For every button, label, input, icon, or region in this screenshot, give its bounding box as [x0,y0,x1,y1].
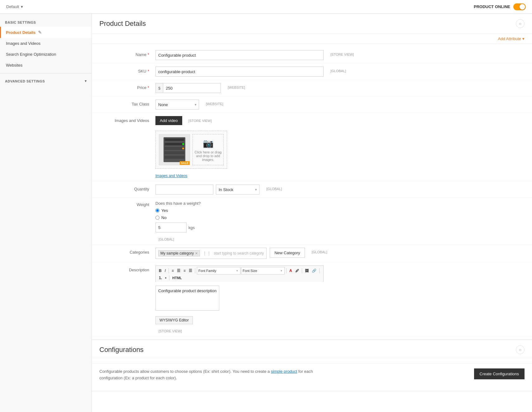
qty-stock-wrap: In Stock Out of Stock ▾ [155,185,259,194]
weight-yes-label: Yes [161,208,168,213]
category-tag: My sample category ✕ [158,250,200,256]
add-attribute-chevron: ▾ [522,36,525,41]
toolbar-bold[interactable]: B [158,268,163,274]
category-list-icon[interactable]: ⋮⋮ [201,250,212,257]
toolbar-sep-1 [169,268,169,273]
sidebar: BASIC SETTINGS Product Details ✎ Images … [0,14,92,412]
weight-no-option[interactable]: No [155,215,201,220]
product-status-area: PRODUCT ONLINE [474,3,526,10]
product-details-collapse-btn[interactable]: ○ [516,19,525,28]
product-details-section: Product Details ○ Add Attribute ▾ Name* [92,14,532,340]
weight-no-label: No [161,215,167,220]
images-control-wrap: Add video [STORE VIEW] [155,116,525,178]
product-details-title: Product Details [99,20,146,28]
description-editor[interactable]: Configurable product description [155,286,219,311]
name-required: * [148,52,149,57]
quantity-input[interactable] [155,185,213,194]
price-symbol: $ [155,83,163,93]
content-area: Product Details ○ Add Attribute ▾ Name* [92,14,532,412]
sidebar-item-seo[interactable]: Search Engine Optimization [0,49,92,60]
font-size-select[interactable]: Font Size 8 10 12 14 16 [241,267,285,274]
weight-yes-radio[interactable] [155,208,159,213]
stock-status-select[interactable]: In Stock Out of Stock [216,185,259,194]
toolbar-ol[interactable]: 1. [158,275,163,281]
sidebar-item-product-details[interactable]: Product Details ✎ [0,27,92,38]
stock-status-wrapper: In Stock Out of Stock ▾ [216,185,259,194]
svg-rect-4 [165,143,184,145]
advanced-settings-header[interactable]: ADVANCED SETTINGS ▾ [0,76,92,86]
configurations-collapse-btn[interactable]: ○ [516,345,525,354]
toolbar-sep-2 [195,268,195,273]
weight-input[interactable] [155,222,187,232]
toolbar-align-center[interactable]: ☰ [176,268,182,274]
sale-tag: SALE [180,161,190,165]
configurations-section: Configurations ○ Configurable products a… [92,340,532,391]
price-wrapper: $ [155,83,221,93]
images-videos-link[interactable]: Images and Videos [155,174,188,178]
toolbar-highlight[interactable]: 🖊 [294,268,300,274]
category-tag-remove[interactable]: ✕ [195,251,198,255]
name-scope: [STORE VIEW] [330,50,354,56]
add-attribute-bar: Add Attribute ▾ [92,34,532,44]
categories-scope: [GLOBAL] [312,248,327,254]
configurations-header: Configurations ○ [92,340,532,358]
toolbar-html[interactable]: HTML [171,275,183,280]
toolbar-ul[interactable]: • [164,275,168,281]
svg-rect-6 [164,151,184,154]
sku-scope: [GLOBAL] [330,67,346,73]
sidebar-item-images-videos[interactable]: Images and Videos [0,38,92,49]
weight-label: Weight [99,201,155,207]
app-wrapper: Default ▾ PRODUCT ONLINE BASIC SETTINGS … [0,0,532,412]
description-control-wrap: B I ≡ ☰ ≡ ☰ Font Family [155,265,525,333]
toolbar-link[interactable]: 🔗 [311,268,318,274]
name-label: Name* [99,50,155,57]
add-attribute-link[interactable]: Add Attribute ▾ [498,36,525,41]
toolbar-font-color[interactable]: A [288,268,293,274]
basic-settings-title: BASIC SETTINGS [0,17,92,27]
price-input[interactable] [163,83,221,93]
weight-control-wrap: Does this have a weight? Yes No [155,201,525,241]
sku-input[interactable] [155,67,324,77]
weight-unit: kgs [188,225,195,230]
name-input[interactable] [155,50,324,60]
toolbar-italic[interactable]: I [164,268,167,274]
toolbar-justify[interactable]: ☰ [188,268,193,274]
toolbar-sep-4 [302,268,302,273]
tax-class-scope: [WEBSITE] [206,100,223,106]
sku-row: SKU* [GLOBAL] [92,63,532,80]
wysiwyg-editor-button[interactable]: WYSIWYG Editor [155,316,193,324]
sidebar-item-label: Websites [6,63,22,68]
toolbar-image[interactable]: 🖼 [304,268,310,274]
weight-section: Does this have a weight? Yes No [155,201,201,232]
sku-label: SKU* [99,67,155,73]
toolbar-align-right[interactable]: ≡ [182,268,187,274]
top-bar: Default ▾ PRODUCT ONLINE [0,0,532,14]
category-field[interactable]: My sample category ✕ ⋮⋮ start typing to … [155,248,267,259]
weight-yes-option[interactable]: Yes [155,208,201,213]
new-category-button[interactable]: New Category [270,248,305,258]
description-content: Configurable product description [158,288,216,293]
images-label: Images and Videos [99,116,155,123]
editor-toolbar: B I ≡ ☰ ≡ ☰ Font Family [155,265,324,282]
font-family-select[interactable]: Font Family Arial Times New Roman Courie… [197,267,240,274]
image-upload-placeholder[interactable]: 📷 Click here or drag and drop to add ima… [192,134,224,165]
create-configurations-button[interactable]: Create Configurations [474,368,525,379]
tax-class-select-wrapper: None Taxable Goods Shipping ▾ [155,100,199,110]
weight-no-radio[interactable] [155,216,159,220]
weight-row: Weight Does this have a weight? Yes [92,198,532,245]
product-image-thumb[interactable]: SALE [159,134,190,165]
tax-class-label: Tax Class [99,100,155,106]
toolbar-align-left[interactable]: ≡ [170,268,175,274]
price-control-wrap: $ [WEBSITE] [155,83,525,93]
add-video-button[interactable]: Add video [155,116,182,125]
product-online-toggle[interactable] [513,3,526,10]
svg-point-8 [182,143,184,145]
sidebar-item-websites[interactable]: Websites [0,60,92,71]
toolbar-sep-6 [169,275,169,280]
tax-class-select[interactable]: None Taxable Goods Shipping [155,100,199,110]
config-desc-link[interactable]: simple product [271,369,297,374]
form-body: Name* [STORE VIEW] SKU* [92,44,532,339]
store-view-selector[interactable]: Default ▾ [6,4,23,9]
svg-rect-5 [164,147,184,150]
quantity-row: Quantity In Stock Out of Stock ▾ [92,181,532,198]
